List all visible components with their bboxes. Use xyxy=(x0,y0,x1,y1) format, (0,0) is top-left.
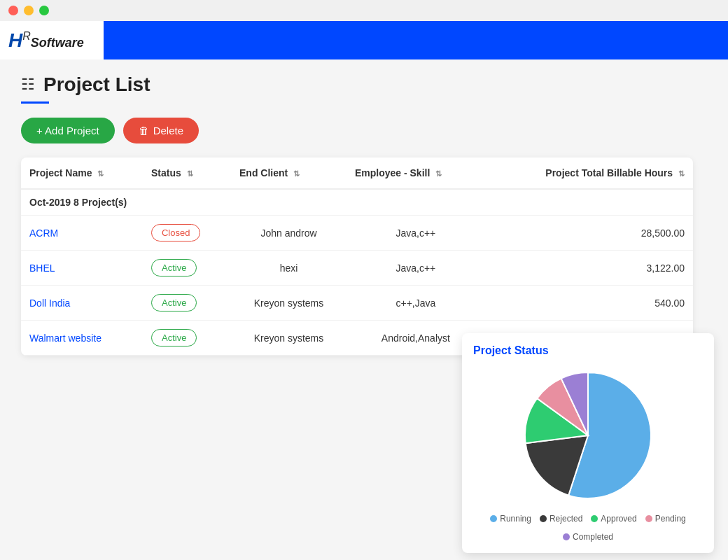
sort-arrow-end-client: ⇅ xyxy=(293,169,300,178)
legend-item-completed: Completed xyxy=(563,532,613,542)
col-status-label: Status xyxy=(151,167,181,178)
page-title-area: ☷ Project List xyxy=(21,74,707,96)
cell-project-name: BHEL xyxy=(21,251,143,286)
minimize-dot[interactable] xyxy=(24,6,34,15)
delete-button[interactable]: 🗑 Delete xyxy=(123,118,199,144)
logo-area: HRSoftware xyxy=(0,29,104,52)
status-badge: Active xyxy=(151,294,197,312)
titlebar xyxy=(0,0,728,21)
project-table-card: Project Name ⇅ Status ⇅ End Client ⇅ Emp… xyxy=(21,158,693,356)
page-title: Project List xyxy=(43,74,150,96)
cell-end-client: Kreyon systems xyxy=(231,321,346,356)
legend-dot-approved xyxy=(591,515,598,522)
list-icon: ☷ xyxy=(21,76,35,94)
legend-dot-running xyxy=(490,515,497,522)
legend-label-rejected: Rejected xyxy=(550,514,582,524)
cell-project-name: Walmart website xyxy=(21,321,143,356)
table-body: Oct-2019 8 Project(s) ACRM Closed John a… xyxy=(21,189,693,356)
cell-end-client: Kreyon systems xyxy=(231,286,346,321)
project-table: Project Name ⇅ Status ⇅ End Client ⇅ Emp… xyxy=(21,158,693,356)
col-employee-skill-label: Employee - Skill xyxy=(355,167,430,178)
table-row: Doll India Active Kreyon systems c++,Jav… xyxy=(21,286,693,321)
project-status-chart-card: Project Status RunningRejectedApprovedPe… xyxy=(462,333,714,553)
close-dot[interactable] xyxy=(8,6,18,15)
header-blue-bar xyxy=(104,21,728,59)
pie-chart xyxy=(518,365,658,505)
cell-billable-hours: 3,122.00 xyxy=(485,251,693,286)
table-row: ACRM Closed John androw Java,c++ 28,500.… xyxy=(21,216,693,251)
status-badge: Active xyxy=(151,259,197,276)
group-header-row: Oct-2019 8 Project(s) xyxy=(21,189,693,216)
status-badge: Active xyxy=(151,329,197,346)
action-buttons: + Add Project 🗑 Delete xyxy=(21,118,707,144)
add-project-button[interactable]: + Add Project xyxy=(21,118,115,144)
legend-dot-rejected xyxy=(540,515,547,522)
delete-label: Delete xyxy=(153,125,183,136)
cell-employee-skill: Java,c++ xyxy=(346,251,485,286)
group-header-label: Oct-2019 8 Project(s) xyxy=(21,189,693,216)
sort-arrow-status: ⇅ xyxy=(187,169,193,178)
main-content: ☷ Project List + Add Project 🗑 Delete Pr… xyxy=(0,59,728,370)
cell-status: Active xyxy=(143,286,231,321)
chart-legend: RunningRejectedApprovedPendingCompleted xyxy=(473,514,703,542)
col-billable-hours[interactable]: Project Total Billable Hours ⇅ xyxy=(485,158,693,189)
col-billable-hours-label: Project Total Billable Hours xyxy=(545,167,673,178)
legend-dot-completed xyxy=(563,533,570,540)
chart-container: RunningRejectedApprovedPendingCompleted xyxy=(473,365,703,542)
header: HRSoftware xyxy=(0,21,728,59)
status-badge: Closed xyxy=(151,224,200,241)
sort-arrow-employee-skill: ⇅ xyxy=(435,169,442,178)
col-project-name-label: Project Name xyxy=(29,167,92,178)
cell-employee-skill: Java,c++ xyxy=(346,216,485,251)
table-header: Project Name ⇅ Status ⇅ End Client ⇅ Emp… xyxy=(21,158,693,189)
legend-item-approved: Approved xyxy=(591,514,636,524)
pie-svg xyxy=(518,365,658,505)
cell-status: Active xyxy=(143,321,231,356)
legend-label-pending: Pending xyxy=(655,514,686,524)
legend-dot-pending xyxy=(645,515,652,522)
col-project-name[interactable]: Project Name ⇅ xyxy=(21,158,143,189)
project-link[interactable]: Walmart website xyxy=(29,332,102,344)
cell-billable-hours: 540.00 xyxy=(485,286,693,321)
col-end-client-label: End Client xyxy=(239,167,288,178)
cell-project-name: ACRM xyxy=(21,216,143,251)
cell-project-name: Doll India xyxy=(21,286,143,321)
project-link[interactable]: ACRM xyxy=(29,227,58,239)
title-underline xyxy=(21,102,49,104)
logo-hr: HR xyxy=(8,29,31,51)
legend-label-completed: Completed xyxy=(573,532,613,542)
cell-status: Closed xyxy=(143,216,231,251)
chart-title: Project Status xyxy=(473,344,703,357)
sort-arrow-project-name: ⇅ xyxy=(97,169,104,178)
col-status[interactable]: Status ⇅ xyxy=(143,158,231,189)
legend-label-approved: Approved xyxy=(601,514,636,524)
table-row: BHEL Active hexi Java,c++ 3,122.00 xyxy=(21,251,693,286)
legend-item-running: Running xyxy=(490,514,531,524)
cell-billable-hours: 28,500.00 xyxy=(485,216,693,251)
cell-employee-skill: c++,Java xyxy=(346,286,485,321)
col-end-client[interactable]: End Client ⇅ xyxy=(231,158,346,189)
project-link[interactable]: Doll India xyxy=(29,298,70,309)
legend-item-rejected: Rejected xyxy=(540,514,582,524)
cell-end-client: hexi xyxy=(231,251,346,286)
cell-status: Active xyxy=(143,251,231,286)
col-employee-skill[interactable]: Employee - Skill ⇅ xyxy=(346,158,485,189)
maximize-dot[interactable] xyxy=(39,6,49,15)
project-link[interactable]: BHEL xyxy=(29,262,55,274)
sort-arrow-billable-hours: ⇅ xyxy=(678,169,685,178)
cell-end-client: John androw xyxy=(231,216,346,251)
logo: HRSoftware xyxy=(8,29,84,52)
legend-item-pending: Pending xyxy=(645,514,686,524)
logo-software: Software xyxy=(31,36,84,50)
trash-icon: 🗑 xyxy=(139,125,149,136)
legend-label-running: Running xyxy=(500,514,531,524)
